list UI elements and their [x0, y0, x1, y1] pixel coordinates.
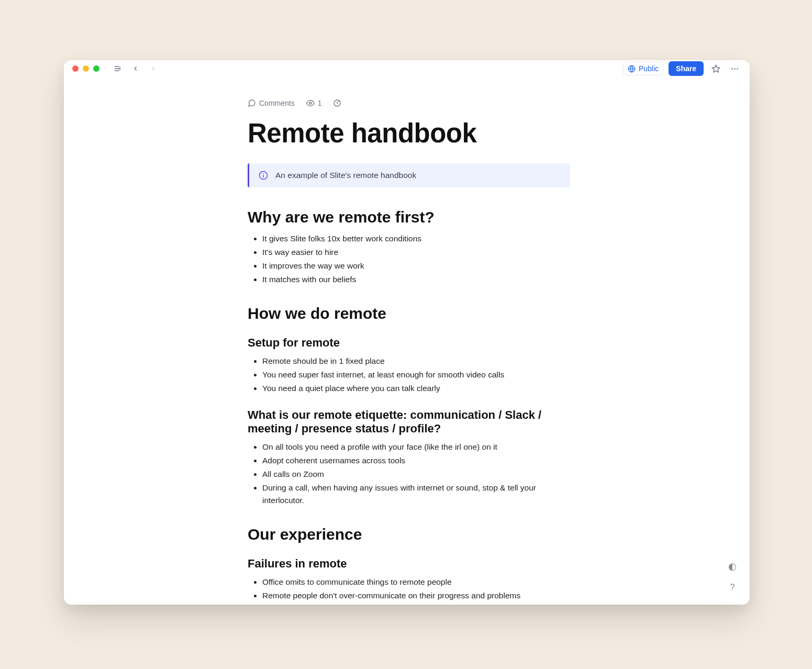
etiquette-list: On all tools you need a profile with you… [248, 441, 570, 507]
heading-setup: Setup for remote [248, 336, 570, 350]
list-item: It matches with our beliefs [262, 273, 570, 286]
eye-icon [306, 99, 315, 107]
comments-button[interactable]: Comments [248, 99, 295, 107]
info-icon [259, 171, 268, 180]
more-horizontal-icon [730, 64, 739, 73]
list-item: During a call, when having any issues wi… [262, 482, 570, 507]
public-toggle[interactable]: Public [623, 62, 663, 75]
svg-point-8 [263, 173, 264, 174]
heading-experience: Our experience [248, 526, 570, 543]
star-icon [711, 64, 720, 73]
list-item: You need super fast internet, at least e… [262, 369, 570, 381]
nav-back-button[interactable] [129, 62, 142, 75]
floating-actions: ◐ ? [725, 559, 740, 595]
list-item: Remote people have unclear goals [262, 603, 570, 605]
more-options-button[interactable] [728, 62, 741, 75]
clock-sparkle-icon [333, 99, 341, 107]
public-label: Public [639, 64, 659, 73]
svg-point-4 [309, 102, 312, 104]
history-button[interactable] [333, 99, 341, 107]
toggle-sidebar-button[interactable] [111, 62, 125, 75]
question-icon: ? [730, 583, 735, 592]
moon-icon: ◐ [728, 561, 737, 572]
nav-forward-button[interactable] [147, 62, 160, 75]
chevron-right-icon [150, 65, 157, 72]
app-window: Public Share Comments 1 [64, 60, 750, 605]
setup-list: Remote should be in 1 fixed place You ne… [248, 355, 570, 395]
help-button[interactable]: ? [725, 579, 740, 595]
theme-button[interactable]: ◐ [725, 559, 740, 574]
heading-failures: Failures in remote [248, 557, 570, 571]
info-callout: An example of Slite's remote handbook [248, 163, 570, 187]
heading-how: How we do remote [248, 305, 570, 322]
heading-etiquette: What is our remote etiquette: communicat… [248, 408, 570, 436]
list-item: Office omits to communicate things to re… [262, 576, 570, 588]
comment-icon [248, 99, 256, 107]
svg-point-2 [734, 68, 736, 70]
list-item: It gives Slite folks 10x better work con… [262, 232, 570, 245]
list-item: Adopt coherent usernames across tools [262, 454, 570, 467]
doc-meta-row: Comments 1 [248, 99, 570, 107]
views-indicator[interactable]: 1 [306, 99, 322, 107]
why-list: It gives Slite folks 10x better work con… [248, 232, 570, 286]
close-window-icon[interactable] [72, 65, 79, 72]
titlebar-right: Public Share [623, 61, 741, 76]
heading-why: Why are we remote first? [248, 208, 570, 226]
list-item: On all tools you need a profile with you… [262, 441, 570, 453]
view-count: 1 [318, 99, 322, 107]
list-item: You need a quiet place where you can tal… [262, 382, 570, 395]
list-item: It improves the way we work [262, 260, 570, 272]
titlebar: Public Share [64, 60, 750, 77]
list-item: Remote should be in 1 fixed place [262, 355, 570, 367]
svg-point-1 [731, 68, 733, 70]
list-item: Remote people don't over-communicate on … [262, 589, 570, 602]
titlebar-left [72, 62, 160, 75]
traffic-lights [72, 65, 99, 72]
svg-point-3 [737, 68, 738, 70]
star-button[interactable] [709, 62, 722, 75]
chevron-left-icon [132, 65, 139, 72]
page-title: Remote handbook [248, 118, 570, 149]
list-item: It's way easier to hire [262, 246, 570, 259]
content-area: Comments 1 Remote handbook An example of… [64, 77, 750, 605]
comments-label: Comments [259, 99, 295, 107]
document: Comments 1 Remote handbook An example of… [248, 77, 570, 605]
share-button[interactable]: Share [669, 61, 704, 76]
failures-list: Office omits to communicate things to re… [248, 576, 570, 605]
callout-text: An example of Slite's remote handbook [275, 171, 416, 180]
maximize-window-icon[interactable] [93, 65, 99, 72]
globe-icon [628, 65, 636, 73]
sidebar-toggle-icon [114, 64, 122, 73]
list-item: All calls on Zoom [262, 468, 570, 481]
minimize-window-icon[interactable] [83, 65, 89, 72]
